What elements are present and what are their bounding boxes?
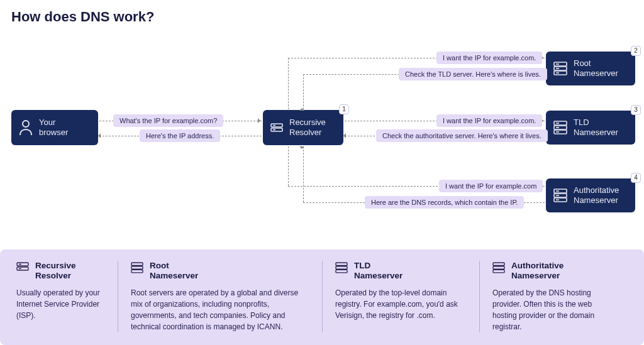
node-your-browser: Your browser (11, 110, 98, 145)
msg-resolver-to-root: I want the IP for example.com. (436, 52, 542, 64)
svg-rect-35 (493, 270, 504, 273)
svg-rect-33 (493, 263, 504, 266)
step-badge: 1 (339, 104, 349, 114)
svg-rect-32 (336, 270, 347, 273)
node-authoritative-nameserver: Authoritative Nameserver 4 (546, 178, 635, 212)
svg-rect-30 (336, 263, 347, 266)
server-small-icon (270, 123, 283, 132)
step-badge: 2 (631, 46, 641, 56)
msg-resolver-to-auth: I want the IP for example.com (439, 180, 543, 192)
server-icon (131, 262, 143, 272)
legend-desc: Operated by the DNS hosting provider. Of… (492, 287, 618, 332)
legend-tld-nameserver: TLD Nameserver Operated by the top-level… (322, 261, 479, 332)
server-icon (335, 262, 348, 272)
svg-rect-23 (17, 263, 28, 266)
node-label: Your browser (39, 118, 68, 138)
svg-rect-28 (131, 266, 143, 269)
legend-desc: Operated by the top-level domain registr… (335, 287, 467, 321)
node-recursive-resolver: Recursive Resolver 1 (263, 110, 343, 145)
svg-rect-29 (131, 270, 143, 273)
step-badge: 3 (631, 105, 641, 115)
msg-browser-to-resolver: What's the IP for example.com? (113, 114, 223, 127)
server-icon (553, 62, 567, 75)
node-tld-nameserver: TLD Nameserver 3 (546, 111, 635, 145)
legend-root-nameserver: Root Nameserver Root servers are operate… (118, 261, 322, 332)
legend-desc: Usually operated by your Internet Servic… (16, 287, 105, 321)
server-icon (553, 121, 567, 134)
msg-resolver-to-tld: I want the IP for example.com. (436, 114, 542, 127)
msg-auth-to-resolver: Here are the DNS records, which contain … (365, 196, 524, 209)
server-icon (492, 262, 505, 272)
step-badge: 4 (631, 173, 641, 183)
node-label: TLD Nameserver (574, 118, 618, 138)
node-root-nameserver: Root Nameserver 2 (546, 52, 635, 85)
page-title: How does DNS work? (11, 9, 154, 25)
svg-rect-27 (131, 263, 143, 266)
server-small-icon (16, 262, 29, 272)
legend-title: Recursive Resolver (35, 261, 76, 281)
svg-rect-34 (493, 266, 504, 269)
node-label: Recursive Resolver (289, 118, 326, 138)
legend-authoritative-nameserver: Authoritative Nameserver Operated by the… (479, 261, 630, 332)
legend-recursive-resolver: Recursive Resolver Usually operated by y… (14, 261, 118, 332)
svg-point-0 (23, 121, 29, 127)
svg-rect-31 (336, 266, 347, 269)
server-icon (553, 189, 567, 202)
legend-title: TLD Nameserver (354, 261, 402, 281)
msg-resolver-to-browser: Here's the IP address. (140, 129, 220, 142)
svg-rect-2 (271, 128, 282, 131)
node-label: Authoritative Nameserver (574, 185, 619, 206)
dns-flow-diagram: Your browser Recursive Resolver 1 Root N… (0, 31, 644, 236)
node-label: Root Nameserver (574, 58, 618, 79)
legend-desc: Root servers are operated by a global an… (131, 287, 309, 332)
user-icon (19, 119, 33, 136)
svg-rect-24 (17, 267, 28, 270)
legend-title: Root Nameserver (150, 261, 198, 281)
msg-root-to-resolver: Check the TLD server. Here's where is li… (399, 68, 547, 80)
msg-tld-to-resolver: Check the authoritative server. Here's w… (376, 129, 548, 142)
legend-title: Authoritative Nameserver (511, 261, 564, 281)
svg-rect-1 (271, 124, 282, 127)
legend-panel: Recursive Resolver Usually operated by y… (0, 249, 644, 345)
